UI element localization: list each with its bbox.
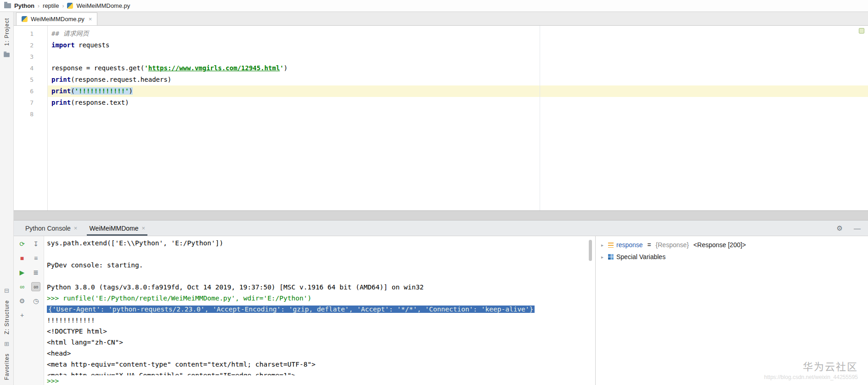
new-console-icon[interactable]: + <box>17 311 27 320</box>
console-output-lines: sys.path.extend(['E:\\Python', 'E:/Pytho… <box>47 238 595 385</box>
console-line-text: <html lang="zh-CN"> <box>47 339 123 346</box>
line-number: 5 <box>14 74 47 85</box>
code-editor[interactable]: 12345678 ## 请求网页import requestsresponse … <box>14 26 868 210</box>
code-segment: '!!!!!!!!!!!!' <box>75 87 129 95</box>
editor-tab[interactable]: WeiMeiMMDome.py × <box>16 12 97 25</box>
scroll-to-end-icon[interactable]: ↧ <box>31 239 40 249</box>
code-line[interactable] <box>48 108 868 120</box>
tool-window-stripe-left: 1: Project ⊟ Z: Structure ⊞ Favorites <box>0 12 14 385</box>
code-line[interactable]: print(response.request.headers) <box>48 74 868 85</box>
console-minimize-icon[interactable]: — <box>854 224 861 232</box>
rerun-icon[interactable]: ⟳ <box>17 239 27 249</box>
variable-row[interactable]: ▸Special Variables <box>599 251 868 263</box>
console-tab-label: WeiMeiMMDome <box>89 225 138 232</box>
console-line[interactable]: {'User-Agent': 'python-requests/2.23.0',… <box>47 304 595 315</box>
line-number: 7 <box>14 97 47 108</box>
console-tab-actions: ⚙ — <box>837 221 861 236</box>
variable-equals: = <box>646 241 653 249</box>
console-line[interactable]: <meta http-equiv="content-type" content=… <box>47 359 595 370</box>
code-segment: ' <box>280 64 283 72</box>
code-segment: ' <box>144 64 148 72</box>
console-output[interactable]: sys.path.extend(['E:\\Python', 'E:/Pytho… <box>44 236 595 385</box>
console-line[interactable] <box>47 271 595 282</box>
console-line[interactable]: <!DOCTYPE html> <box>47 326 595 337</box>
code-segment: ) <box>284 64 287 72</box>
console-line-text: >>> <box>47 377 59 385</box>
chevron-right-icon[interactable]: ▸ <box>599 243 605 248</box>
code-segment: ## 请求网页 <box>51 30 89 37</box>
code-line[interactable]: import requests <box>48 40 868 51</box>
view-options-icon[interactable]: ≡ <box>31 254 40 263</box>
console-line[interactable]: sys.path.extend(['E:\\Python', 'E:/Pytho… <box>47 238 595 249</box>
console-line-text: sys.path.extend(['E:\\Python', 'E:/Pytho… <box>47 239 223 247</box>
code-line[interactable]: response = requests.get('https://www.vmg… <box>48 62 868 74</box>
code-segment: https://www.vmgirls.com/12945.html <box>148 64 280 72</box>
breadcrumb-item-file[interactable]: WeiMeiMMDome.py <box>76 2 130 9</box>
tab-close-icon[interactable]: × <box>142 225 146 232</box>
variable-value: <Response [200]> <box>692 241 746 249</box>
tab-close-icon[interactable]: × <box>89 16 92 23</box>
right-margin-guide <box>540 26 540 210</box>
resume-icon[interactable]: ▶ <box>17 268 27 277</box>
project-folder-icon[interactable] <box>4 53 10 57</box>
tool-button-structure[interactable]: Z: Structure <box>4 300 10 334</box>
inspections-indicator-icon[interactable] <box>859 28 864 34</box>
breadcrumb-item-folder[interactable]: reptile <box>43 2 59 9</box>
grid-icon <box>608 254 614 260</box>
print-icon[interactable]: ≣ <box>31 268 40 277</box>
breadcrumb: Python › reptile › WeiMeiMMDome.py <box>0 0 868 12</box>
variable-row[interactable]: ▸response = {Response} <Response [200]> <box>599 239 868 251</box>
console-tab-python-console[interactable]: Python Console× <box>19 221 83 236</box>
tool-button-project[interactable]: 1: Project <box>4 18 10 46</box>
console-line-text: <meta http-equiv="X-UA-Compatible" conte… <box>47 372 295 375</box>
settings-icon[interactable]: ⚙ <box>17 296 27 306</box>
editor-tab-bar: WeiMeiMMDome.py × <box>14 12 868 26</box>
tool-button-favorites[interactable]: Favorites <box>4 353 10 380</box>
editor-tab-title: WeiMeiMMDome.py <box>31 16 85 23</box>
tab-close-icon[interactable]: × <box>74 225 78 232</box>
structure-icon[interactable]: ⊟ <box>4 288 9 294</box>
breadcrumb-item-project[interactable]: Python <box>14 2 34 9</box>
code-segment: (response.request.headers) <box>71 76 171 83</box>
console-scrollbar[interactable] <box>589 240 592 261</box>
console-splitter[interactable] <box>14 211 868 221</box>
console-settings-icon[interactable]: ⚙ <box>837 224 843 232</box>
console-line-text: <meta http-equiv="content-type" content=… <box>47 361 316 368</box>
code-segment: ( <box>71 87 74 95</box>
console-line-text: Python 3.8.0 (tags/v3.8.0:fa919fd, Oct 1… <box>47 283 424 291</box>
console-line[interactable]: <meta http-equiv="X-UA-Compatible" conte… <box>47 370 595 375</box>
code-line[interactable] <box>48 51 868 62</box>
console-line[interactable]: <html lang="zh-CN"> <box>47 337 595 348</box>
line-number: 4 <box>14 62 47 74</box>
code-line[interactable]: print(response.text) <box>48 97 868 108</box>
console-line[interactable]: PyDev console: starting. <box>47 260 595 271</box>
stop-icon[interactable]: ■ <box>17 254 27 263</box>
console-line[interactable] <box>47 249 595 260</box>
variable-icon <box>608 243 614 248</box>
ide-window: Python › reptile › WeiMeiMMDome.py 1: Pr… <box>0 0 868 385</box>
chevron-right-icon[interactable]: ▸ <box>599 255 605 260</box>
console-toolbar: ⟳■▶∞⚙+ ↧≡≣∞◷ <box>14 236 44 385</box>
line-number: 8 <box>14 108 47 120</box>
variable-type: {Response} <box>656 241 689 249</box>
console-line[interactable]: Python 3.8.0 (tags/v3.8.0:fa919fd, Oct 1… <box>47 282 595 293</box>
variable-name: Special Variables <box>616 253 665 260</box>
console-tab-bar: Python Console×WeiMeiMMDome× ⚙ — <box>14 221 868 236</box>
console-line[interactable]: <head> <box>47 348 595 359</box>
console-line[interactable]: >>> <box>47 375 595 385</box>
console-tab-weimeimmdome[interactable]: WeiMeiMMDome× <box>83 221 151 236</box>
history-icon[interactable]: ◷ <box>31 296 40 306</box>
python-file-icon <box>67 3 73 9</box>
console-line-text: PyDev console: starting. <box>47 261 143 269</box>
console-tab-label: Python Console <box>25 225 71 232</box>
console-line-text: <head> <box>47 350 71 357</box>
code-line[interactable]: print('!!!!!!!!!!!!') <box>48 85 868 97</box>
code-segment: print <box>51 99 71 106</box>
favorites-icon[interactable]: ⊞ <box>4 341 9 347</box>
console-line[interactable]: >>> runfile('E:/Python/reptile/WeiMeiMMD… <box>47 293 595 304</box>
code-area[interactable]: ## 请求网页import requestsresponse = request… <box>48 26 868 210</box>
soft-wrap-icon[interactable]: ∞ <box>31 282 40 291</box>
attach-icon[interactable]: ∞ <box>17 282 27 291</box>
console-line[interactable]: !!!!!!!!!!!! <box>47 315 595 326</box>
code-line[interactable]: ## 请求网页 <box>48 28 868 40</box>
